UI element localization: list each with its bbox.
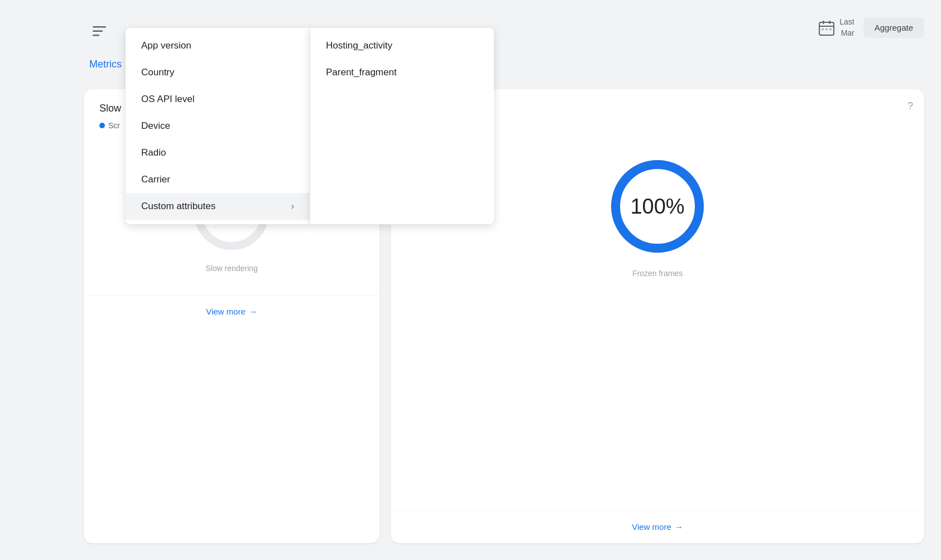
blue-dot bbox=[99, 123, 105, 128]
menu-item-custom-attributes[interactable]: Custom attributes › bbox=[126, 193, 310, 220]
dropdown-left-panel: App version Country OS API level Device … bbox=[126, 28, 310, 224]
filter-button[interactable] bbox=[89, 21, 109, 41]
aggregate-button[interactable]: Aggregate bbox=[863, 17, 924, 38]
view-more-slow[interactable]: View more → bbox=[206, 307, 257, 316]
svg-rect-0 bbox=[93, 26, 106, 28]
menu-item-radio[interactable]: Radio bbox=[126, 139, 310, 166]
date-display: Last Mar bbox=[839, 17, 854, 38]
frozen-percentage: 100% bbox=[630, 195, 684, 219]
date-range-selector[interactable]: Last Mar bbox=[818, 17, 854, 38]
filter-dropdown: App version Country OS API level Device … bbox=[126, 28, 494, 224]
svg-rect-2 bbox=[93, 35, 99, 36]
filter-icon bbox=[93, 26, 106, 36]
donut-chart-frozen: 100% bbox=[602, 151, 713, 262]
svg-rect-9 bbox=[829, 28, 832, 30]
top-right-controls: Last Mar Aggregate bbox=[818, 17, 924, 38]
svg-rect-5 bbox=[823, 21, 824, 24]
menu-item-device[interactable]: Device bbox=[126, 113, 310, 139]
menu-item-parent-fragment[interactable]: Parent_fragment bbox=[310, 59, 494, 86]
menu-item-hosting-activity[interactable]: Hosting_activity bbox=[310, 32, 494, 59]
menu-item-os-api[interactable]: OS API level bbox=[126, 86, 310, 113]
info-icon[interactable]: ? bbox=[908, 100, 913, 112]
menu-item-carrier[interactable]: Carrier bbox=[126, 166, 310, 193]
svg-rect-6 bbox=[829, 21, 831, 24]
svg-rect-1 bbox=[93, 31, 103, 32]
metrics-tab[interactable]: Metrics bbox=[89, 59, 122, 70]
svg-rect-7 bbox=[822, 28, 824, 30]
frozen-card-footer: View more → bbox=[391, 510, 924, 543]
slow-label: Slow rendering bbox=[205, 264, 257, 273]
calendar-icon bbox=[818, 20, 835, 36]
slow-card-footer: View more → bbox=[84, 295, 380, 328]
dropdown-right-panel: Hosting_activity Parent_fragment bbox=[310, 28, 494, 224]
svg-rect-4 bbox=[819, 26, 834, 27]
svg-rect-8 bbox=[825, 28, 828, 30]
menu-item-app-version[interactable]: App version bbox=[126, 32, 310, 59]
chevron-right-icon: › bbox=[291, 201, 294, 211]
menu-item-country[interactable]: Country bbox=[126, 59, 310, 86]
view-more-frozen[interactable]: View more → bbox=[632, 522, 683, 532]
frozen-label: Frozen frames bbox=[632, 269, 683, 278]
